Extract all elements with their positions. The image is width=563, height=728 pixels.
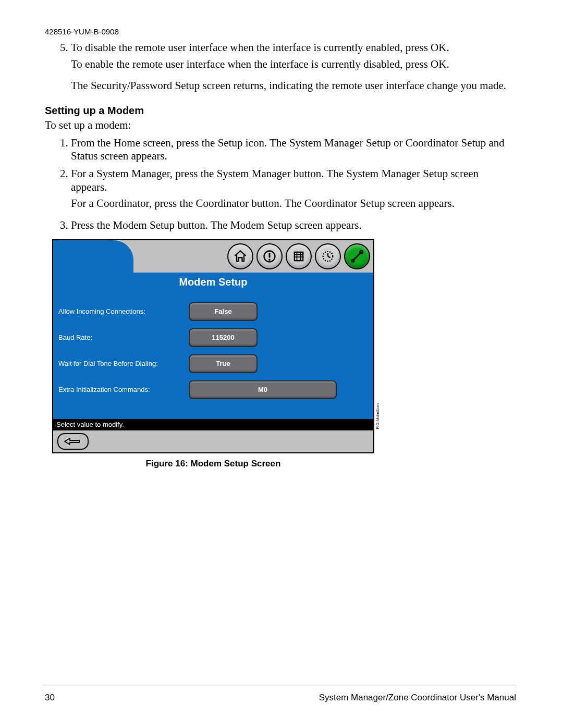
alert-icon[interactable] bbox=[256, 243, 283, 269]
status-bar: Select value to modify. bbox=[53, 419, 373, 430]
page-number: 30 bbox=[45, 693, 55, 703]
label-allow-incoming: Allow Incoming Connections: bbox=[58, 307, 189, 316]
label-baud-rate: Baud Rate: bbox=[58, 334, 189, 342]
back-button[interactable] bbox=[57, 433, 89, 450]
svg-line-10 bbox=[328, 256, 331, 257]
modem-step-1-text: From the Home screen, press the Setup ic… bbox=[71, 137, 505, 163]
active-tab[interactable] bbox=[53, 240, 133, 273]
home-icon[interactable] bbox=[227, 243, 253, 269]
modem-step-2-text: For a System Manager, press the System M… bbox=[71, 167, 479, 193]
step-5-para-a: To enable the remote user interface when… bbox=[71, 58, 516, 71]
svg-point-2 bbox=[268, 259, 271, 261]
step-5-text: To disable the remote user interface whe… bbox=[71, 41, 449, 54]
svg-rect-3 bbox=[295, 252, 303, 261]
section-heading: Setting up a Modem bbox=[45, 104, 516, 117]
value-wait-dial-tone[interactable]: True bbox=[189, 354, 258, 373]
label-extra-init: Extra Initialization Commands: bbox=[58, 386, 189, 394]
step-5-para-b: The Security/Password Setup screen retur… bbox=[71, 79, 516, 93]
figure-side-label: FIG:MdmScrn bbox=[375, 403, 381, 429]
modem-step-2: For a System Manager, press the System M… bbox=[71, 167, 516, 211]
document-id: 428516-YUM-B-0908 bbox=[45, 27, 516, 36]
value-baud-rate[interactable]: 115200 bbox=[189, 328, 258, 347]
modem-step-1: From the Home screen, press the Setup ic… bbox=[71, 137, 516, 163]
modem-step-3-text: Press the Modem Setup button. The Modem … bbox=[71, 219, 362, 231]
value-allow-incoming[interactable]: False bbox=[189, 302, 258, 321]
figure-caption: Figure 16: Modem Setup Screen bbox=[52, 459, 374, 470]
modem-step-2b: For a Coordinator, press the Coordinator… bbox=[71, 197, 516, 211]
value-extra-init[interactable]: M0 bbox=[189, 380, 337, 399]
step-5: To disable the remote user interface whe… bbox=[71, 41, 516, 93]
clock-icon[interactable] bbox=[315, 243, 341, 269]
label-wait-dial-tone: Wait for Dial Tone Before Dialing: bbox=[58, 360, 189, 368]
screen-title: Modem Setup bbox=[53, 273, 373, 292]
tools-icon[interactable] bbox=[344, 243, 370, 269]
footer-title: System Manager/Zone Coordinator User's M… bbox=[319, 693, 516, 703]
modem-setup-screenshot: Modem Setup Allow Incoming Connections: … bbox=[52, 239, 374, 453]
grid-icon[interactable] bbox=[286, 243, 312, 269]
top-bar bbox=[53, 240, 373, 273]
section-intro: To set up a modem: bbox=[45, 119, 516, 132]
modem-step-3: Press the Modem Setup button. The Modem … bbox=[71, 219, 516, 232]
bottom-bar bbox=[53, 430, 373, 452]
